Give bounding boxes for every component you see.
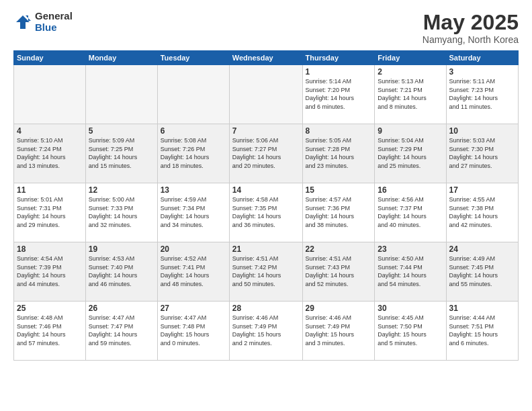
calendar-week-row: 18Sunrise: 4:54 AM Sunset: 7:39 PM Dayli… xyxy=(14,242,519,302)
day-info: Sunrise: 4:51 AM Sunset: 7:43 PM Dayligh… xyxy=(306,255,372,288)
table-row: 30Sunrise: 4:45 AM Sunset: 7:50 PM Dayli… xyxy=(375,302,446,361)
day-number: 18 xyxy=(17,244,83,254)
table-row: 19Sunrise: 4:53 AM Sunset: 7:40 PM Dayli… xyxy=(85,242,157,302)
table-row: 17Sunrise: 4:55 AM Sunset: 7:38 PM Dayli… xyxy=(446,183,518,242)
day-number: 15 xyxy=(306,185,372,195)
page: General Blue May 2025 Namyang, North Kor… xyxy=(0,0,532,411)
table-row: 24Sunrise: 4:49 AM Sunset: 7:45 PM Dayli… xyxy=(446,242,518,302)
logo-text: General Blue xyxy=(35,11,73,33)
day-info: Sunrise: 5:08 AM Sunset: 7:26 PM Dayligh… xyxy=(161,136,226,170)
day-info: Sunrise: 4:59 AM Sunset: 7:34 PM Dayligh… xyxy=(161,195,226,229)
table-row: 15Sunrise: 4:57 AM Sunset: 7:36 PM Dayli… xyxy=(302,183,375,242)
day-info: Sunrise: 5:00 AM Sunset: 7:33 PM Dayligh… xyxy=(89,195,154,229)
day-info: Sunrise: 5:10 AM Sunset: 7:24 PM Dayligh… xyxy=(17,136,83,170)
calendar-header-row: Sunday Monday Tuesday Wednesday Thursday… xyxy=(14,51,519,65)
day-info: Sunrise: 4:48 AM Sunset: 7:46 PM Dayligh… xyxy=(17,314,83,347)
day-number: 8 xyxy=(306,126,372,136)
table-row: 25Sunrise: 4:48 AM Sunset: 7:46 PM Dayli… xyxy=(14,302,86,361)
header-saturday: Saturday xyxy=(446,51,518,65)
table-row: 13Sunrise: 4:59 AM Sunset: 7:34 PM Dayli… xyxy=(157,183,229,242)
day-info: Sunrise: 4:58 AM Sunset: 7:35 PM Dayligh… xyxy=(232,195,300,229)
day-number: 30 xyxy=(378,304,443,313)
table-row: 29Sunrise: 4:46 AM Sunset: 7:49 PM Dayli… xyxy=(302,302,375,361)
day-info: Sunrise: 4:46 AM Sunset: 7:49 PM Dayligh… xyxy=(232,314,300,347)
day-info: Sunrise: 4:47 AM Sunset: 7:48 PM Dayligh… xyxy=(161,314,226,347)
day-info: Sunrise: 4:57 AM Sunset: 7:36 PM Dayligh… xyxy=(306,195,372,229)
day-info: Sunrise: 5:14 AM Sunset: 7:20 PM Dayligh… xyxy=(306,77,372,111)
day-info: Sunrise: 4:53 AM Sunset: 7:40 PM Dayligh… xyxy=(89,255,154,288)
day-number: 27 xyxy=(161,304,226,313)
table-row xyxy=(157,65,229,124)
day-number: 13 xyxy=(161,185,226,195)
logo-general-text: General xyxy=(35,11,73,22)
calendar-week-row: 25Sunrise: 4:48 AM Sunset: 7:46 PM Dayli… xyxy=(14,302,519,361)
day-info: Sunrise: 4:45 AM Sunset: 7:50 PM Dayligh… xyxy=(378,314,443,347)
day-number: 19 xyxy=(89,244,154,254)
header-wednesday: Wednesday xyxy=(229,51,302,65)
table-row: 12Sunrise: 5:00 AM Sunset: 7:33 PM Dayli… xyxy=(85,183,157,242)
table-row: 26Sunrise: 4:47 AM Sunset: 7:47 PM Dayli… xyxy=(85,302,157,361)
day-info: Sunrise: 4:55 AM Sunset: 7:38 PM Dayligh… xyxy=(449,195,515,229)
day-info: Sunrise: 5:03 AM Sunset: 7:30 PM Dayligh… xyxy=(449,136,515,170)
day-number: 9 xyxy=(378,126,443,136)
day-info: Sunrise: 5:04 AM Sunset: 7:29 PM Dayligh… xyxy=(378,136,443,170)
logo-blue-text: Blue xyxy=(35,22,73,34)
day-info: Sunrise: 5:01 AM Sunset: 7:31 PM Dayligh… xyxy=(17,195,83,229)
header-monday: Monday xyxy=(85,51,157,65)
day-number: 23 xyxy=(378,244,443,254)
day-number: 20 xyxy=(161,244,226,254)
table-row xyxy=(14,65,86,124)
day-number: 22 xyxy=(306,244,372,254)
header-thursday: Thursday xyxy=(302,51,375,65)
month-title: May 2025 xyxy=(423,11,519,34)
day-number: 21 xyxy=(232,244,300,254)
table-row: 7Sunrise: 5:06 AM Sunset: 7:27 PM Daylig… xyxy=(229,124,302,183)
day-number: 10 xyxy=(449,126,515,136)
table-row: 14Sunrise: 4:58 AM Sunset: 7:35 PM Dayli… xyxy=(229,183,302,242)
logo-icon xyxy=(13,13,32,32)
day-info: Sunrise: 4:54 AM Sunset: 7:39 PM Dayligh… xyxy=(17,255,83,288)
day-info: Sunrise: 4:50 AM Sunset: 7:44 PM Dayligh… xyxy=(378,255,443,288)
day-info: Sunrise: 5:11 AM Sunset: 7:23 PM Dayligh… xyxy=(449,77,515,111)
table-row: 22Sunrise: 4:51 AM Sunset: 7:43 PM Dayli… xyxy=(302,242,375,302)
day-number: 1 xyxy=(306,67,372,77)
day-info: Sunrise: 5:06 AM Sunset: 7:27 PM Dayligh… xyxy=(232,136,300,170)
day-number: 26 xyxy=(89,304,154,313)
day-number: 12 xyxy=(89,185,154,195)
day-number: 14 xyxy=(232,185,300,195)
table-row: 11Sunrise: 5:01 AM Sunset: 7:31 PM Dayli… xyxy=(14,183,86,242)
table-row: 4Sunrise: 5:10 AM Sunset: 7:24 PM Daylig… xyxy=(14,124,86,183)
day-number: 16 xyxy=(378,185,443,195)
day-info: Sunrise: 4:46 AM Sunset: 7:49 PM Dayligh… xyxy=(306,314,372,347)
header-friday: Friday xyxy=(375,51,446,65)
day-number: 7 xyxy=(232,126,300,136)
table-row: 28Sunrise: 4:46 AM Sunset: 7:49 PM Dayli… xyxy=(229,302,302,361)
header-sunday: Sunday xyxy=(14,51,86,65)
table-row: 8Sunrise: 5:05 AM Sunset: 7:28 PM Daylig… xyxy=(302,124,375,183)
table-row xyxy=(229,65,302,124)
day-number: 31 xyxy=(449,304,515,313)
calendar-week-row: 11Sunrise: 5:01 AM Sunset: 7:31 PM Dayli… xyxy=(14,183,519,242)
location: Namyang, North Korea xyxy=(423,34,519,45)
day-info: Sunrise: 4:44 AM Sunset: 7:51 PM Dayligh… xyxy=(449,314,515,347)
table-row: 6Sunrise: 5:08 AM Sunset: 7:26 PM Daylig… xyxy=(157,124,229,183)
table-row: 16Sunrise: 4:56 AM Sunset: 7:37 PM Dayli… xyxy=(375,183,446,242)
day-number: 17 xyxy=(449,185,515,195)
logo: General Blue xyxy=(13,11,73,33)
title-block: May 2025 Namyang, North Korea xyxy=(423,11,519,45)
day-number: 5 xyxy=(89,126,154,136)
day-info: Sunrise: 4:49 AM Sunset: 7:45 PM Dayligh… xyxy=(449,255,515,288)
day-info: Sunrise: 5:05 AM Sunset: 7:28 PM Dayligh… xyxy=(306,136,372,170)
day-number: 4 xyxy=(17,126,83,136)
day-info: Sunrise: 5:13 AM Sunset: 7:21 PM Dayligh… xyxy=(378,77,443,111)
day-info: Sunrise: 4:51 AM Sunset: 7:42 PM Dayligh… xyxy=(232,255,300,288)
header-tuesday: Tuesday xyxy=(157,51,229,65)
table-row: 10Sunrise: 5:03 AM Sunset: 7:30 PM Dayli… xyxy=(446,124,518,183)
day-number: 25 xyxy=(17,304,83,313)
day-number: 3 xyxy=(449,67,515,77)
table-row: 27Sunrise: 4:47 AM Sunset: 7:48 PM Dayli… xyxy=(157,302,229,361)
table-row: 9Sunrise: 5:04 AM Sunset: 7:29 PM Daylig… xyxy=(375,124,446,183)
table-row: 5Sunrise: 5:09 AM Sunset: 7:25 PM Daylig… xyxy=(85,124,157,183)
day-info: Sunrise: 4:52 AM Sunset: 7:41 PM Dayligh… xyxy=(161,255,226,288)
day-number: 28 xyxy=(232,304,300,313)
